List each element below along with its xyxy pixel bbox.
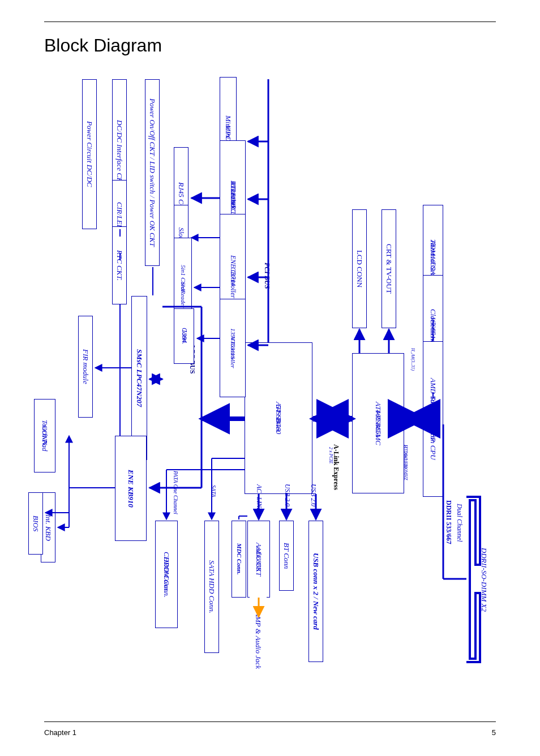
page-title: Block Diagram: [44, 35, 162, 56]
connectors: [34, 74, 504, 685]
diagram-stage: Thermal SensorADM1032ARM Clock Generator…: [34, 74, 504, 685]
footer-chapter: Chapter 1: [44, 728, 76, 737]
footer-pagenum: 5: [492, 728, 496, 737]
